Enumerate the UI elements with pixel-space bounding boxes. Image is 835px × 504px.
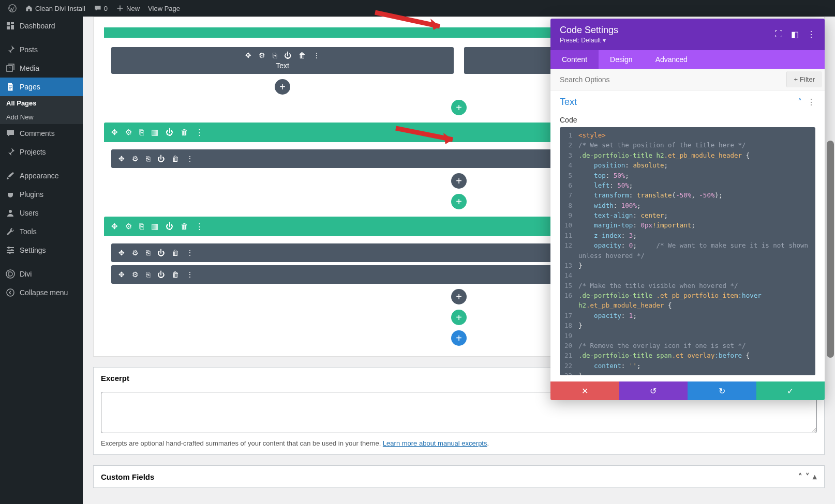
add-module-button[interactable]: + (451, 289, 467, 304)
chevron-up-icon[interactable]: ˄ (798, 472, 802, 481)
gear-icon[interactable]: ⚙ (125, 222, 132, 231)
gear-icon[interactable]: ⚙ (125, 128, 132, 137)
site-name: Clean Divi Install (35, 5, 85, 12)
sidebar-item-collapse[interactable]: Collapse menu (0, 283, 83, 302)
sidebar-item-comments[interactable]: Comments (0, 124, 83, 143)
scrollbar-thumb[interactable] (827, 141, 834, 358)
more-icon[interactable]: ⋮ (807, 97, 815, 107)
power-icon[interactable]: ⏻ (166, 222, 173, 231)
trash-icon[interactable]: 🗑 (299, 51, 306, 59)
more-icon[interactable]: ⋮ (196, 222, 203, 231)
more-icon[interactable]: ⋮ (807, 29, 815, 39)
power-icon[interactable]: ⏻ (166, 128, 173, 137)
chevron-down-icon[interactable]: ˅ (806, 472, 810, 481)
duplicate-icon[interactable]: ⎘ (146, 270, 150, 279)
redo-button[interactable]: ↻ (688, 381, 756, 400)
add-row-button[interactable]: + (451, 194, 467, 209)
sidebar-item-dashboard[interactable]: Dashboard (0, 17, 83, 35)
columns-icon[interactable]: ▥ (151, 128, 158, 137)
columns-icon[interactable]: ▥ (151, 222, 158, 231)
sidebar-item-plugins[interactable]: Plugins (0, 185, 83, 204)
power-icon[interactable]: ⏻ (157, 155, 165, 163)
gear-icon[interactable]: ⚙ (132, 270, 139, 279)
expand-icon[interactable]: ⛶ (774, 29, 783, 39)
undo-button[interactable]: ↺ (619, 381, 688, 400)
power-icon[interactable]: ⏻ (157, 270, 165, 279)
sidebar-sub-all-pages[interactable]: All Pages (0, 96, 83, 110)
duplicate-icon[interactable]: ⎘ (146, 155, 150, 163)
sidebar-item-media[interactable]: Media (0, 59, 83, 78)
duplicate-icon[interactable]: ⎘ (139, 128, 144, 137)
more-icon[interactable]: ⋮ (186, 155, 193, 163)
sidebar-item-appearance[interactable]: Appearance (0, 166, 83, 185)
sidebar-item-divi[interactable]: Divi (0, 265, 83, 283)
snap-icon[interactable]: ◧ (791, 29, 799, 39)
view-page-link[interactable]: View Page (144, 0, 184, 17)
more-icon[interactable]: ⋮ (196, 128, 203, 137)
trash-icon[interactable]: 🗑 (172, 270, 179, 279)
move-icon[interactable]: ✥ (118, 249, 125, 257)
tab-design[interactable]: Design (599, 50, 644, 69)
sidebar-item-users[interactable]: Users (0, 204, 83, 222)
more-icon[interactable]: ⋮ (313, 51, 320, 59)
gear-icon[interactable]: ⚙ (132, 155, 139, 163)
sidebar-item-label: Appearance (20, 172, 59, 180)
search-input[interactable] (550, 69, 784, 90)
save-button[interactable]: ✓ (756, 381, 825, 400)
modal-header[interactable]: Code Settings Preset: Default ▾ ⛶ ◧ ⋮ (550, 19, 825, 50)
duplicate-icon[interactable]: ⎘ (139, 222, 144, 231)
gear-icon[interactable]: ⚙ (259, 51, 265, 59)
move-icon[interactable]: ✥ (111, 128, 118, 137)
add-row-button[interactable]: + (451, 100, 467, 115)
modal-preset[interactable]: Preset: Default ▾ (560, 37, 774, 44)
trash-icon[interactable]: 🗑 (172, 155, 179, 163)
excerpt-help-link[interactable]: Learn more about manual excerpts (383, 439, 487, 447)
caret-down-icon: ▾ (603, 37, 606, 44)
sidebar-item-tools[interactable]: Tools (0, 222, 83, 241)
move-icon[interactable]: ✥ (111, 222, 118, 231)
add-module-button[interactable]: + (451, 173, 467, 189)
tab-content[interactable]: Content (550, 50, 599, 69)
power-icon[interactable]: ⏻ (157, 249, 165, 257)
gear-icon[interactable]: ⚙ (132, 249, 139, 257)
sidebar-item-pages[interactable]: Pages (0, 78, 83, 96)
trash-icon[interactable]: 🗑 (181, 128, 188, 137)
move-icon[interactable]: ✥ (118, 270, 125, 279)
tab-advanced[interactable]: Advanced (644, 50, 699, 69)
modal-section-header[interactable]: Text ˄ ⋮ (550, 90, 825, 111)
move-icon[interactable]: ✥ (245, 51, 251, 59)
page-scrollbar[interactable] (827, 17, 834, 504)
add-section-button[interactable]: + (451, 330, 467, 346)
module-text[interactable]: ✥ ⚙ ⎘ ⏻ 🗑 ⋮ Text (111, 47, 454, 74)
trash-icon[interactable]: 🗑 (181, 222, 188, 231)
modal-tabs: Content Design Advanced (550, 50, 825, 69)
sidebar-item-projects[interactable]: Projects (0, 143, 83, 161)
sidebar-item-label: Media (20, 64, 39, 72)
caret-up-icon[interactable]: ▴ (813, 472, 817, 481)
sidebar-sub-add-new[interactable]: Add New (0, 110, 83, 124)
sidebar-item-label: Collapse menu (20, 288, 68, 297)
add-row-button[interactable]: + (451, 310, 467, 325)
sidebar-item-label: Posts (20, 45, 38, 54)
comments-link[interactable]: 0 (90, 0, 112, 17)
filter-button[interactable]: +Filter (786, 71, 822, 87)
custom-fields-header[interactable]: Custom Fields ˄ ˅ ▴ (94, 466, 824, 487)
trash-icon[interactable]: 🗑 (172, 249, 179, 257)
power-icon[interactable]: ⏻ (284, 51, 291, 59)
new-content-link[interactable]: New (112, 0, 144, 17)
pin-icon (5, 147, 16, 157)
cancel-button[interactable]: ✕ (550, 381, 619, 400)
add-module-button[interactable]: + (275, 79, 290, 95)
sidebar-item-posts[interactable]: Posts (0, 40, 83, 59)
site-name-link[interactable]: Clean Divi Install (21, 0, 90, 17)
code-editor[interactable]: 1<style>2/* We set the position of the t… (560, 127, 815, 375)
chevron-up-icon[interactable]: ˄ (798, 97, 802, 107)
more-icon[interactable]: ⋮ (186, 270, 193, 279)
duplicate-icon[interactable]: ⎘ (146, 249, 150, 257)
sidebar-item-settings[interactable]: Settings (0, 241, 83, 259)
wp-logo[interactable] (4, 0, 21, 17)
duplicate-icon[interactable]: ⎘ (273, 51, 277, 59)
move-icon[interactable]: ✥ (118, 155, 125, 163)
more-icon[interactable]: ⋮ (186, 249, 193, 257)
section-title: Text (560, 97, 798, 108)
